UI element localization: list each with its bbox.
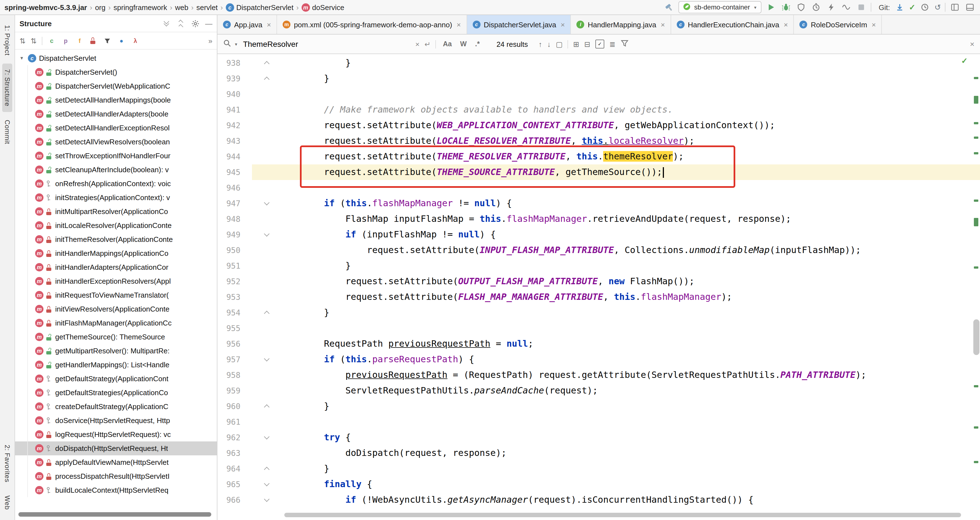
structure-tree-item[interactable]: mDispatcherServlet() xyxy=(15,65,217,79)
structure-tree-item[interactable]: minitHandlerAdapters(ApplicationCor xyxy=(15,260,217,274)
code-editor[interactable]: 938 }939 }940941 // Make framework objec… xyxy=(217,54,980,520)
line-number[interactable]: 951 xyxy=(217,258,252,274)
structure-tree-item[interactable]: msetDetectAllHandlerAdapters(boole xyxy=(15,107,217,121)
line-number[interactable]: 947 xyxy=(217,196,252,211)
code-text[interactable]: } xyxy=(281,305,980,320)
code-text[interactable]: } xyxy=(281,399,980,414)
match-case-toggle[interactable]: Aa xyxy=(441,39,453,49)
structure-tree-item[interactable]: minitHandlerMappings(ApplicationCo xyxy=(15,246,217,260)
stop-button[interactable] xyxy=(856,2,867,13)
editor-tab[interactable]: IHandlerMapping.java× xyxy=(571,15,671,34)
profiler-icon[interactable] xyxy=(811,2,822,13)
structure-tree-item[interactable]: monRefresh(ApplicationContext): voic xyxy=(15,177,217,191)
structure-tree-item[interactable]: msetDetectAllHandlerExceptionResol xyxy=(15,121,217,135)
code-text[interactable]: FlashMap inputFlashMap = this.flashMapMa… xyxy=(281,211,980,227)
structure-tree-item[interactable]: minitFlashMapManager(ApplicationCc xyxy=(15,316,217,330)
line-number[interactable]: 953 xyxy=(217,289,252,305)
structure-tree-item[interactable]: minitViewResolvers(ApplicationConte xyxy=(15,302,217,316)
expand-all-button[interactable] xyxy=(162,19,170,28)
editor-tab[interactable]: mpom.xml (005-spring-framework-demo-aop-… xyxy=(277,15,467,34)
line-number[interactable]: 946 xyxy=(217,180,252,196)
async-profiler-icon[interactable] xyxy=(826,2,837,13)
stripe-item----favorites[interactable]: 2: Favorites xyxy=(2,439,12,488)
close-find-button[interactable]: × xyxy=(970,40,974,48)
search-input[interactable]: ThemeResolver xyxy=(243,40,410,48)
fold-marker[interactable] xyxy=(252,430,281,445)
line-number[interactable]: 958 xyxy=(217,367,252,383)
structure-hscrollbar[interactable] xyxy=(18,512,211,517)
line-number[interactable]: 966 xyxy=(217,492,252,508)
build-hammer-icon[interactable] xyxy=(663,2,675,13)
close-tab-icon[interactable]: × xyxy=(784,20,788,29)
line-number[interactable]: 939 xyxy=(217,71,252,86)
fold-marker[interactable] xyxy=(252,305,281,320)
line-number[interactable]: 945 xyxy=(217,164,252,180)
fold-marker[interactable] xyxy=(252,399,281,414)
code-text[interactable]: RequestPath previousRequestPath = null; xyxy=(281,336,980,352)
code-text[interactable] xyxy=(281,180,980,196)
fold-marker[interactable] xyxy=(252,55,281,71)
close-tab-icon[interactable]: × xyxy=(660,20,665,29)
add-occurrence-button[interactable]: ⊞ xyxy=(573,40,579,48)
code-text[interactable]: doDispatch(request, response); xyxy=(281,445,980,461)
structure-tree-item[interactable]: mDispatcherServlet(WebApplicationC xyxy=(15,79,217,93)
stripe-item-web[interactable]: Web xyxy=(2,490,12,515)
code-text[interactable]: if (!WebAsyncUtils.getAsyncManager(reque… xyxy=(281,492,980,508)
run-config-select[interactable]: sb-demo-container ▼ xyxy=(679,1,762,13)
breadcrumb-item[interactable]: servlet xyxy=(197,3,218,11)
fold-marker[interactable] xyxy=(252,196,281,211)
fold-marker[interactable] xyxy=(252,461,281,477)
structure-tree-item[interactable]: minitStrategies(ApplicationContext): v xyxy=(15,191,217,205)
code-text[interactable] xyxy=(281,86,980,102)
structure-tree-item[interactable]: mprocessDispatchResult(HttpServletI xyxy=(15,469,217,483)
show-lambdas-toggle[interactable]: λ xyxy=(131,36,140,45)
code-text[interactable]: ServletRequestPathUtils.parseAndCache(re… xyxy=(281,383,980,399)
line-number[interactable]: 957 xyxy=(217,352,252,367)
fold-marker[interactable] xyxy=(252,71,281,86)
run-button[interactable] xyxy=(766,2,777,13)
line-number[interactable]: 956 xyxy=(217,336,252,352)
structure-tree-item[interactable]: mgetDefaultStrategy(ApplicationCont xyxy=(15,372,217,386)
sort-by-kind-button[interactable]: ⇅ xyxy=(31,37,37,45)
editor-tab[interactable]: cDispatcherServlet.java× xyxy=(467,15,571,34)
structure-tree-item[interactable]: msetCleanupAfterInclude(boolean): v xyxy=(15,163,217,177)
code-text[interactable]: finally { xyxy=(281,477,980,492)
code-text[interactable]: previousRequestPath = (RequestPath) requ… xyxy=(281,367,980,383)
more-options-icon[interactable]: » xyxy=(208,37,212,45)
line-number[interactable]: 949 xyxy=(217,227,252,242)
structure-tree-item[interactable]: minitMultipartResolver(ApplicationCo xyxy=(15,205,217,218)
code-text[interactable] xyxy=(281,320,980,336)
debug-button[interactable] xyxy=(781,2,792,13)
fold-marker[interactable] xyxy=(252,352,281,367)
group-methods-toggle[interactable] xyxy=(103,36,112,45)
search-history-chevron[interactable]: ▼ xyxy=(234,42,238,46)
fold-marker[interactable] xyxy=(252,477,281,492)
structure-tree-item[interactable]: mgetMultipartResolver(): MultipartRe: xyxy=(15,344,217,358)
structure-tree-item[interactable]: mapplyDefaultViewName(HttpServlet xyxy=(15,455,217,469)
stripe-item-commit[interactable]: Commit xyxy=(2,114,12,149)
remove-occurrence-button[interactable]: ⊟ xyxy=(584,40,590,48)
line-number[interactable]: 959 xyxy=(217,383,252,399)
tree-expand-icon[interactable]: ▼ xyxy=(19,56,25,61)
show-fields-toggle[interactable]: f xyxy=(75,36,84,45)
structure-tree-item[interactable]: msetThrowExceptionIfNoHandlerFour xyxy=(15,149,217,163)
line-number[interactable]: 954 xyxy=(217,305,252,320)
editor-scrollbar[interactable] xyxy=(972,54,980,512)
code-text[interactable]: if (inputFlashMap != null) { xyxy=(281,227,980,242)
line-number[interactable]: 964 xyxy=(217,461,252,477)
line-number[interactable]: 965 xyxy=(217,477,252,492)
stripe-item----project[interactable]: 1: Project xyxy=(2,19,12,61)
structure-tree-item[interactable]: mgetThemeSource(): ThemeSource xyxy=(15,330,217,344)
rollback-button[interactable]: ↺ xyxy=(935,3,941,11)
scrollbar-thumb[interactable] xyxy=(973,320,980,355)
fold-marker[interactable] xyxy=(252,227,281,242)
structure-tree-item[interactable]: minitRequestToViewNameTranslator( xyxy=(15,288,217,302)
stripe-item----structure[interactable]: 7: Structure xyxy=(2,63,12,112)
line-number[interactable]: 960 xyxy=(217,399,252,414)
editor-hscrollbar[interactable] xyxy=(284,513,961,517)
code-text[interactable]: try { xyxy=(281,430,980,445)
show-non-public-toggle[interactable] xyxy=(89,36,98,45)
editor-tab[interactable]: cApp.java× xyxy=(217,15,277,34)
line-number[interactable]: 941 xyxy=(217,102,252,118)
breadcrumb-item[interactable]: spring-webmvc-5.3.9.jar xyxy=(5,3,87,11)
